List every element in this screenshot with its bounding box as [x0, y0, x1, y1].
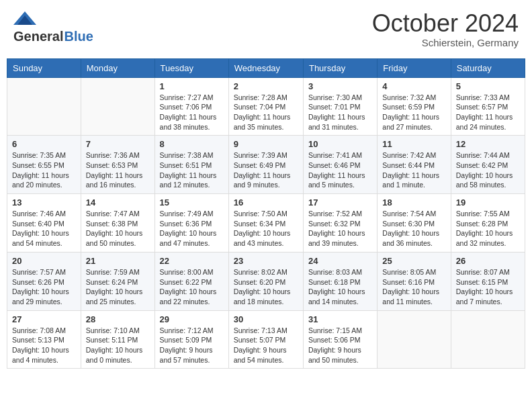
day-info: Sunrise: 8:03 AM Sunset: 6:18 PM Dayligh… — [308, 267, 372, 307]
logo-general: General — [13, 29, 63, 44]
col-friday: Friday — [378, 58, 451, 77]
day-number: 27 — [12, 314, 76, 324]
table-row: 18Sunrise: 7:54 AM Sunset: 6:30 PM Dayli… — [378, 194, 451, 253]
day-number: 26 — [456, 256, 520, 266]
day-info: Sunrise: 7:30 AM Sunset: 7:01 PM Dayligh… — [308, 93, 372, 132]
col-wednesday: Wednesday — [228, 58, 303, 77]
day-info: Sunrise: 7:08 AM Sunset: 5:13 PM Dayligh… — [12, 326, 76, 365]
day-info: Sunrise: 7:28 AM Sunset: 7:04 PM Dayligh… — [234, 93, 298, 132]
day-info: Sunrise: 7:38 AM Sunset: 6:51 PM Dayligh… — [160, 150, 224, 190]
location: Schierstein, Germany — [372, 37, 519, 48]
day-number: 16 — [234, 197, 298, 208]
table-row: 25Sunrise: 8:05 AM Sunset: 6:16 PM Dayli… — [378, 252, 451, 310]
table-row: 14Sunrise: 7:47 AM Sunset: 6:38 PM Dayli… — [81, 194, 154, 253]
col-tuesday: Tuesday — [154, 58, 228, 77]
day-info: Sunrise: 7:27 AM Sunset: 7:06 PM Dayligh… — [160, 93, 224, 132]
day-number: 18 — [382, 197, 445, 208]
col-monday: Monday — [81, 58, 154, 77]
day-number: 10 — [308, 139, 372, 149]
table-row: 30Sunrise: 7:13 AM Sunset: 5:07 PM Dayli… — [228, 310, 303, 369]
table-row: 26Sunrise: 8:07 AM Sunset: 6:15 PM Dayli… — [451, 252, 525, 310]
day-number: 28 — [86, 314, 150, 324]
day-number: 20 — [12, 256, 76, 266]
day-info: Sunrise: 8:00 AM Sunset: 6:22 PM Dayligh… — [160, 267, 224, 307]
day-number: 14 — [86, 197, 150, 208]
day-number: 7 — [86, 139, 150, 149]
day-number: 4 — [382, 81, 445, 91]
table-row: 27Sunrise: 7:08 AM Sunset: 5:13 PM Dayli… — [7, 310, 81, 369]
page-header: General Blue October 2024 Schierstein, G… — [7, 7, 525, 52]
table-row: 3Sunrise: 7:30 AM Sunset: 7:01 PM Daylig… — [303, 77, 377, 136]
table-row: 19Sunrise: 7:55 AM Sunset: 6:28 PM Dayli… — [451, 194, 525, 253]
day-number: 31 — [308, 314, 372, 324]
table-row: 9Sunrise: 7:39 AM Sunset: 6:49 PM Daylig… — [228, 136, 303, 194]
table-row: 6Sunrise: 7:35 AM Sunset: 6:55 PM Daylig… — [7, 136, 81, 194]
day-info: Sunrise: 8:07 AM Sunset: 6:15 PM Dayligh… — [456, 267, 520, 307]
table-row: 2Sunrise: 7:28 AM Sunset: 7:04 PM Daylig… — [228, 77, 303, 136]
table-row — [81, 77, 154, 136]
day-info: Sunrise: 7:10 AM Sunset: 5:11 PM Dayligh… — [86, 326, 150, 365]
table-row: 11Sunrise: 7:42 AM Sunset: 6:44 PM Dayli… — [378, 136, 451, 194]
day-info: Sunrise: 7:33 AM Sunset: 6:57 PM Dayligh… — [456, 93, 520, 132]
table-row: 1Sunrise: 7:27 AM Sunset: 7:06 PM Daylig… — [154, 77, 228, 136]
table-row: 31Sunrise: 7:15 AM Sunset: 5:06 PM Dayli… — [303, 310, 377, 369]
table-row: 10Sunrise: 7:41 AM Sunset: 6:46 PM Dayli… — [303, 136, 377, 194]
day-number: 22 — [160, 256, 224, 266]
table-row: 8Sunrise: 7:38 AM Sunset: 6:51 PM Daylig… — [154, 136, 228, 194]
day-number: 21 — [86, 256, 150, 266]
day-number: 3 — [308, 81, 372, 91]
table-row: 20Sunrise: 7:57 AM Sunset: 6:26 PM Dayli… — [7, 252, 81, 310]
day-number: 30 — [234, 314, 298, 324]
calendar-week-row: 1Sunrise: 7:27 AM Sunset: 7:06 PM Daylig… — [7, 77, 525, 136]
day-info: Sunrise: 7:46 AM Sunset: 6:40 PM Dayligh… — [12, 209, 76, 248]
table-row: 23Sunrise: 8:02 AM Sunset: 6:20 PM Dayli… — [228, 252, 303, 310]
table-row: 5Sunrise: 7:33 AM Sunset: 6:57 PM Daylig… — [451, 77, 525, 136]
day-info: Sunrise: 8:02 AM Sunset: 6:20 PM Dayligh… — [234, 267, 298, 307]
table-row: 15Sunrise: 7:49 AM Sunset: 6:36 PM Dayli… — [154, 194, 228, 253]
table-row: 24Sunrise: 8:03 AM Sunset: 6:18 PM Dayli… — [303, 252, 377, 310]
logo: General Blue — [13, 10, 93, 44]
day-number: 5 — [456, 81, 520, 91]
logo-blue: Blue — [64, 29, 93, 44]
logo-icon — [13, 10, 36, 29]
day-info: Sunrise: 7:36 AM Sunset: 6:53 PM Dayligh… — [86, 150, 150, 190]
day-info: Sunrise: 7:50 AM Sunset: 6:34 PM Dayligh… — [234, 209, 298, 248]
table-row: 4Sunrise: 7:32 AM Sunset: 6:59 PM Daylig… — [378, 77, 451, 136]
day-info: Sunrise: 7:57 AM Sunset: 6:26 PM Dayligh… — [12, 267, 76, 307]
day-number: 1 — [160, 81, 224, 91]
table-row: 17Sunrise: 7:52 AM Sunset: 6:32 PM Dayli… — [303, 194, 377, 253]
day-info: Sunrise: 7:55 AM Sunset: 6:28 PM Dayligh… — [456, 209, 520, 248]
day-number: 13 — [12, 197, 76, 208]
day-number: 6 — [12, 139, 76, 149]
day-info: Sunrise: 7:13 AM Sunset: 5:07 PM Dayligh… — [234, 326, 298, 365]
day-info: Sunrise: 7:59 AM Sunset: 6:24 PM Dayligh… — [86, 267, 150, 307]
day-info: Sunrise: 7:42 AM Sunset: 6:44 PM Dayligh… — [382, 150, 445, 190]
day-info: Sunrise: 7:44 AM Sunset: 6:42 PM Dayligh… — [456, 150, 520, 190]
table-row: 21Sunrise: 7:59 AM Sunset: 6:24 PM Dayli… — [81, 252, 154, 310]
day-number: 2 — [234, 81, 298, 91]
calendar-week-row: 6Sunrise: 7:35 AM Sunset: 6:55 PM Daylig… — [7, 136, 525, 194]
day-info: Sunrise: 7:12 AM Sunset: 5:09 PM Dayligh… — [160, 326, 224, 365]
day-info: Sunrise: 8:05 AM Sunset: 6:16 PM Dayligh… — [382, 267, 445, 307]
day-info: Sunrise: 7:39 AM Sunset: 6:49 PM Dayligh… — [234, 150, 298, 190]
day-number: 15 — [160, 197, 224, 208]
day-number: 19 — [456, 197, 520, 208]
calendar-week-row: 20Sunrise: 7:57 AM Sunset: 6:26 PM Dayli… — [7, 252, 525, 310]
day-number: 24 — [308, 256, 372, 266]
day-number: 9 — [234, 139, 298, 149]
table-row: 28Sunrise: 7:10 AM Sunset: 5:11 PM Dayli… — [81, 310, 154, 369]
day-number: 23 — [234, 256, 298, 266]
table-row — [451, 310, 525, 369]
month-title: October 2024 — [372, 10, 519, 37]
calendar-table: Sunday Monday Tuesday Wednesday Thursday… — [7, 58, 525, 369]
table-row — [378, 310, 451, 369]
col-sunday: Sunday — [7, 58, 81, 77]
day-info: Sunrise: 7:32 AM Sunset: 6:59 PM Dayligh… — [382, 93, 445, 132]
title-block: October 2024 Schierstein, Germany — [372, 10, 519, 48]
col-saturday: Saturday — [451, 58, 525, 77]
day-number: 17 — [308, 197, 372, 208]
day-number: 8 — [160, 139, 224, 149]
table-row: 13Sunrise: 7:46 AM Sunset: 6:40 PM Dayli… — [7, 194, 81, 253]
table-row: 16Sunrise: 7:50 AM Sunset: 6:34 PM Dayli… — [228, 194, 303, 253]
day-info: Sunrise: 7:15 AM Sunset: 5:06 PM Dayligh… — [308, 326, 372, 365]
